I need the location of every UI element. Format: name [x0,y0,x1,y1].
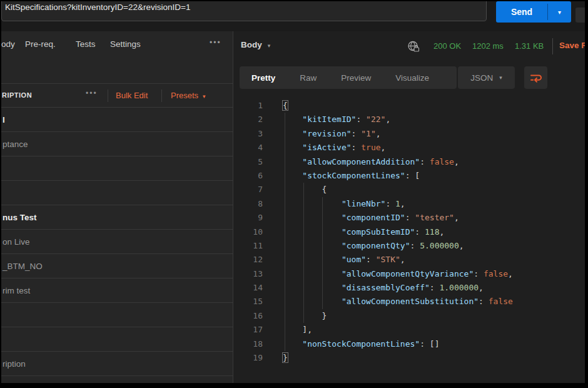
line-number: 15 [233,295,263,309]
response-body-label[interactable]: Body [241,40,262,49]
code-line: 13 "allowComponentQtyVariance": false, [233,267,585,281]
code-line: 1{ [233,99,585,113]
params-rows: lptancenus Teston Live_BTM_NOrim testrip… [1,108,233,383]
header-divider [161,89,162,102]
request-panel: ody Pre-req. Tests Settings ••• RIPTION … [1,31,233,383]
send-dropdown-caret-icon[interactable]: ▾ [548,1,571,23]
presets-caret-icon: ▾ [203,93,206,100]
line-number: 6 [233,169,263,183]
header-divider [108,89,108,102]
line-number: 12 [233,253,263,267]
bulk-edit-link[interactable]: Bulk Edit [116,91,148,100]
format-caret-icon: ▾ [499,74,502,81]
save-response-link[interactable]: Save R [559,41,585,50]
line-number: 8 [233,197,263,211]
code-line: 6 "stockComponentLines": [ [233,169,585,183]
network-globe-lock-icon[interactable] [407,40,420,53]
table-row[interactable]: rim test [1,278,233,303]
url-text[interactable]: KitSpecifications?kitInventoryID=22&revi… [5,3,480,12]
tab-settings[interactable]: Settings [110,39,141,49]
response-body-code: 1{2 "kitItemID": "22",3 "revision": "1",… [233,99,585,383]
app-window: KitSpecifications?kitInventoryID=22&revi… [1,1,585,383]
table-row[interactable] [1,181,233,205]
response-view-tabs: Pretty Raw Preview Visualize [240,66,457,89]
status-badge[interactable]: 200 OK [433,41,461,51]
code-line: 15 "allowComponentSubstitution": false [233,295,585,309]
more-options-icon[interactable]: ••• [210,38,221,47]
response-panel: Body▾ 200 OK 1202 ms 1.31 KB Save R Pret… [233,31,585,383]
code-line: 3 "revision": "1", [233,127,585,141]
line-number: 14 [233,281,263,295]
wrap-lines-button[interactable] [524,66,547,89]
request-tab-bar: ody Pre-req. Tests Settings ••• [1,31,233,58]
code-line: 19} [233,351,585,365]
table-row[interactable]: ription [1,352,233,376]
url-input[interactable]: KitSpecifications?kitInventoryID=22&revi… [1,1,487,21]
tab-pre-req[interactable]: Pre-req. [25,39,56,49]
line-number: 2 [233,113,263,126]
table-row[interactable]: _BTM_NO [1,254,233,278]
response-body-dropdown[interactable]: Body▾ [241,40,270,49]
line-number: 1 [233,99,263,113]
line-number: 11 [233,239,263,253]
line-number: 10 [233,225,263,239]
tab-raw[interactable]: Raw [300,73,317,83]
code-line: 14 "disassemblyCoeff": 1.000000, [233,281,585,295]
line-number: 18 [233,337,263,351]
code-line: 5 "allowComponentAddition": false, [233,155,585,169]
line-number: 17 [233,323,263,337]
line-number: 9 [233,211,263,225]
response-header: Body▾ 200 OK 1202 ms 1.31 KB Save R [233,31,585,61]
format-dropdown[interactable]: JSON ▾ [458,66,515,89]
format-label[interactable]: JSON [470,73,493,83]
line-number: 5 [233,155,263,169]
clipped-toolbar-button[interactable] [575,8,585,23]
tab-visualize[interactable]: Visualize [395,73,429,83]
header-divider [552,38,553,54]
code-line: 8 "lineNbr": 1, [233,197,585,211]
tab-tests[interactable]: Tests [76,39,96,49]
table-row[interactable]: l [1,108,233,132]
line-number: 4 [233,141,263,155]
code-lines: 1{2 "kitItemID": "22",3 "revision": "1",… [233,99,585,365]
presets-dropdown[interactable]: Presets▾ [171,91,206,100]
line-number: 7 [233,183,263,197]
line-number: 3 [233,127,263,141]
send-button-label[interactable]: Send [496,1,547,23]
table-row[interactable]: on Live [1,230,233,254]
table-row[interactable]: ptance [1,132,233,156]
table-row[interactable] [1,376,233,383]
code-line: 12 "uom": "STK", [233,253,585,267]
table-row[interactable] [1,327,233,352]
presets-label[interactable]: Presets [171,91,198,100]
code-line: 16 } [233,309,585,323]
line-number: 13 [233,267,263,281]
code-line: 10 "compSubItemID": 118, [233,225,585,239]
code-line: 4 "isActive": true, [233,141,585,155]
tab-pretty[interactable]: Pretty [251,73,275,83]
response-size[interactable]: 1.31 KB [515,41,544,51]
table-row[interactable] [1,156,233,181]
header-more-options-icon[interactable]: ••• [86,89,98,98]
send-button[interactable]: Send ▾ [496,1,571,23]
table-row[interactable] [1,303,233,327]
indent-guide [322,197,323,309]
code-line: 17 ], [233,323,585,337]
code-line: 9 "componentID": "tester", [233,211,585,225]
line-number: 16 [233,309,263,323]
tab-body[interactable]: ody [1,39,15,49]
params-table-header: RIPTION ••• Bulk Edit Presets▾ [1,83,233,108]
code-line: 2 "kitItemID": "22", [233,113,585,126]
indent-guide [303,183,304,323]
table-row[interactable]: nus Test [1,205,233,230]
code-line: 7 { [233,183,585,197]
line-number: 19 [233,351,263,365]
tab-preview[interactable]: Preview [341,73,371,83]
description-column-label: RIPTION [2,91,32,99]
wrap-lines-icon [529,72,542,84]
indent-guide [285,113,285,351]
body-caret-icon: ▾ [268,43,271,49]
code-line: 11 "componentQty": 5.000000, [233,239,585,253]
code-line: 18 "nonStockComponentLines": [] [233,337,585,351]
response-time[interactable]: 1202 ms [472,41,504,51]
